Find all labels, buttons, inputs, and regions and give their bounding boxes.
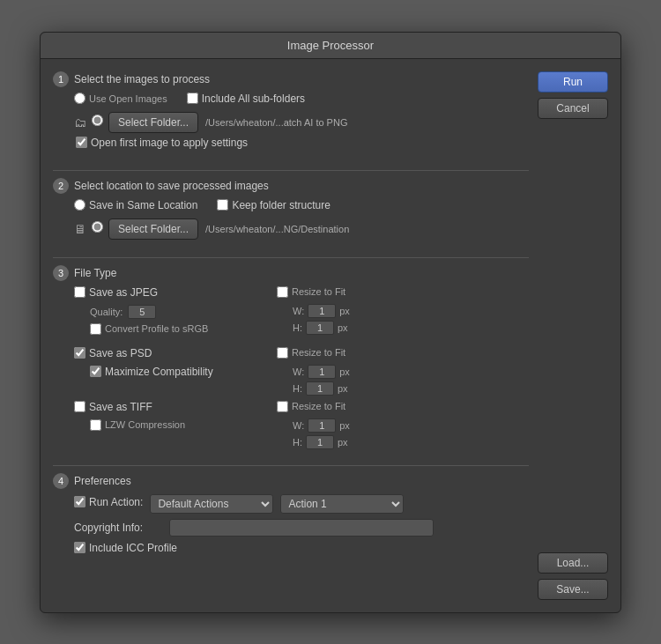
folder-icon-2: 🖥	[74, 222, 86, 236]
save-as-jpeg-option[interactable]: Save as JPEG	[74, 286, 277, 299]
copyright-input[interactable]	[169, 519, 434, 537]
section-3-title: File Type	[74, 267, 116, 279]
default-actions-select[interactable]: Default Actions	[150, 494, 273, 514]
jpeg-width-input[interactable]	[308, 304, 336, 318]
open-first-image-option[interactable]: Open first image to apply settings	[76, 137, 248, 149]
tiff-height-input[interactable]	[306, 435, 334, 449]
save-as-psd-option[interactable]: Save as PSD	[74, 347, 277, 359]
psd-width-input[interactable]	[308, 365, 336, 379]
select-folder-1-radio[interactable]	[92, 115, 103, 126]
title-bar: Image Processor	[41, 33, 620, 59]
tiff-h-label: H:	[293, 437, 302, 448]
jpeg-w-px: px	[339, 306, 350, 316]
maximize-compat-option[interactable]: Maximize Compatibility	[90, 366, 213, 378]
run-action-row: Run Action: Default Actions Action 1	[74, 494, 529, 514]
folder-1-path: /Users/wheaton/...atch AI to PNG	[205, 117, 347, 128]
icc-option[interactable]: Include ICC Profile	[74, 542, 177, 554]
section-2-number: 2	[53, 178, 69, 194]
keep-folder-structure-label: Keep folder structure	[232, 199, 330, 211]
psd-w-label: W:	[293, 366, 304, 377]
run-action-checkbox[interactable]	[74, 496, 85, 507]
save-as-tiff-option[interactable]: Save as TIFF	[74, 401, 277, 413]
use-open-images-option[interactable]: Use Open Images	[74, 93, 167, 104]
select-folder-2-option[interactable]	[92, 221, 103, 233]
maximize-compat-label: Maximize Compatibility	[105, 366, 213, 378]
select-folder-2-button[interactable]: Select Folder...	[108, 218, 198, 240]
keep-folder-structure-option[interactable]: Keep folder structure	[217, 199, 330, 211]
section-4-title: Preferences	[74, 475, 131, 487]
run-action-option[interactable]: Run Action:	[74, 496, 143, 508]
jpeg-h-px: px	[338, 322, 348, 333]
tiff-w-px: px	[339, 420, 350, 431]
quality-label: Quality:	[90, 307, 123, 317]
lzw-option[interactable]: LZW Compression	[90, 419, 185, 431]
copyright-label: Copyright Info:	[74, 522, 162, 534]
save-as-jpeg-checkbox[interactable]	[74, 286, 85, 298]
save-as-psd-checkbox[interactable]	[74, 347, 85, 359]
psd-w-px: px	[339, 366, 350, 377]
maximize-compat-checkbox[interactable]	[90, 366, 101, 377]
tiff-resize-label: Resize to Fit	[292, 401, 345, 411]
action1-select[interactable]: Action 1	[280, 494, 404, 514]
convert-srgb-label: Convert Profile to sRGB	[105, 323, 208, 334]
folder-icon-1: 🗂	[74, 115, 86, 130]
tiff-w-label: W:	[293, 420, 304, 431]
lzw-checkbox[interactable]	[90, 419, 101, 431]
include-subfolders-label: Include All sub-folders	[202, 93, 305, 105]
section-4: 4 Preferences Run Action: Default Action…	[53, 473, 529, 563]
select-folder-2-radio[interactable]	[92, 221, 103, 233]
save-as-tiff-checkbox[interactable]	[74, 401, 85, 412]
use-open-images-label: Use Open Images	[89, 93, 167, 104]
psd-resize-option[interactable]: Resize to Fit	[277, 347, 345, 359]
lzw-label: LZW Compression	[105, 419, 185, 430]
image-processor-dialog: Image Processor 1 Select the images to p…	[40, 32, 621, 613]
select-folder-1-button[interactable]: Select Folder...	[108, 112, 198, 133]
keep-folder-structure-checkbox[interactable]	[217, 199, 228, 211]
tiff-resize-option[interactable]: Resize to Fit	[277, 401, 345, 412]
psd-h-label: H:	[293, 383, 302, 394]
select-folder-1-option[interactable]	[92, 115, 103, 126]
section-1-title: Select the images to process	[74, 73, 210, 85]
section-2-title: Select location to save processed images	[74, 180, 269, 192]
folder-2-path: /Users/wheaton/...NG/Destination	[205, 224, 349, 234]
copyright-row: Copyright Info:	[74, 519, 529, 537]
main-content: 1 Select the images to process Use Open …	[53, 71, 529, 600]
jpeg-resize-label: Resize to Fit	[292, 286, 345, 297]
psd-resize-checkbox[interactable]	[277, 347, 288, 359]
tiff-resize-checkbox[interactable]	[277, 401, 288, 412]
icc-label: Include ICC Profile	[89, 542, 177, 554]
section-3: 3 File Type Save as JPEG Quality:	[53, 265, 529, 451]
save-as-tiff-label: Save as TIFF	[89, 401, 152, 413]
run-action-label: Run Action:	[89, 496, 143, 508]
cancel-button[interactable]: Cancel	[538, 98, 608, 119]
jpeg-w-label: W:	[293, 306, 304, 316]
section-1: 1 Select the images to process Use Open …	[53, 71, 529, 156]
load-button[interactable]: Load...	[538, 552, 608, 574]
section-2: 2 Select location to save processed imag…	[53, 178, 529, 243]
tiff-h-px: px	[338, 437, 348, 448]
tiff-width-input[interactable]	[308, 418, 336, 433]
section-3-number: 3	[53, 265, 69, 281]
icc-row: Include ICC Profile	[74, 542, 529, 558]
jpeg-resize-option[interactable]: Resize to Fit	[277, 286, 345, 298]
save-same-location-option[interactable]: Save in Same Location	[74, 199, 197, 211]
save-as-psd-label: Save as PSD	[89, 347, 152, 359]
jpeg-resize-checkbox[interactable]	[277, 286, 288, 298]
save-same-location-radio[interactable]	[74, 199, 85, 211]
save-button[interactable]: Save...	[538, 579, 608, 600]
open-first-image-checkbox[interactable]	[76, 137, 87, 148]
include-subfolders-option[interactable]: Include All sub-folders	[187, 93, 305, 105]
psd-height-input[interactable]	[306, 381, 334, 396]
jpeg-height-input[interactable]	[306, 321, 334, 335]
run-button[interactable]: Run	[538, 71, 608, 93]
convert-srgb-option[interactable]: Convert Profile to sRGB	[90, 323, 208, 335]
save-as-jpeg-label: Save as JPEG	[89, 286, 158, 299]
psd-resize-label: Resize to Fit	[292, 347, 345, 358]
include-subfolders-checkbox[interactable]	[187, 93, 198, 104]
convert-srgb-checkbox[interactable]	[90, 323, 101, 335]
icc-checkbox[interactable]	[74, 542, 85, 553]
psd-h-px: px	[338, 383, 348, 394]
dialog-title: Image Processor	[287, 39, 374, 52]
jpeg-quality-input[interactable]	[128, 305, 156, 319]
use-open-images-radio[interactable]	[74, 93, 85, 104]
